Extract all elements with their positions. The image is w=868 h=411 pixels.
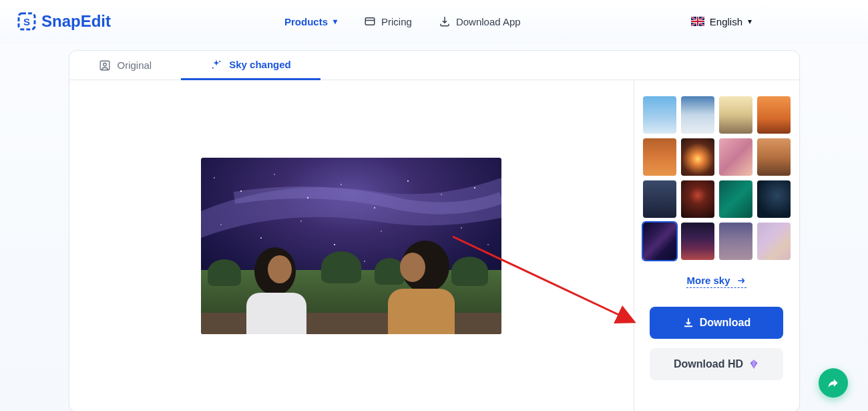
sky-thumb-moon-dusk[interactable]: [643, 180, 676, 218]
svg-point-11: [240, 190, 242, 192]
chevron-down-icon: ▾: [748, 17, 752, 26]
share-icon: [827, 376, 840, 390]
sky-thumb-orange-clouds[interactable]: [643, 138, 676, 176]
share-fab[interactable]: [819, 368, 848, 398]
tab-original[interactable]: Original: [69, 51, 182, 80]
sky-thumb-blue-clouds[interactable]: [643, 96, 676, 134]
svg-text:S: S: [23, 16, 30, 27]
svg-point-29: [364, 261, 365, 262]
tree: [208, 259, 241, 286]
svg-point-12: [274, 174, 274, 174]
download-icon: [439, 15, 451, 27]
download-hd-button[interactable]: Download HD: [650, 348, 783, 380]
sky-thumb-red-moon[interactable]: [681, 180, 714, 218]
diamond-icon: [748, 359, 759, 370]
sky-thumb-galaxy[interactable]: [643, 223, 676, 260]
sky-thumb-cumulus[interactable]: [681, 96, 714, 134]
svg-point-23: [381, 231, 381, 231]
nav-pricing[interactable]: Pricing: [364, 15, 412, 27]
person-right: [381, 241, 461, 334]
editor-container: Original Sky changed: [69, 50, 800, 411]
sky-thumb-pastel-rainbow[interactable]: [757, 223, 791, 260]
sky-grid: [643, 96, 791, 260]
tree: [321, 251, 361, 283]
svg-point-20: [260, 237, 262, 239]
nav-products[interactable]: Products ▾: [284, 16, 337, 27]
download-label: Download: [700, 317, 750, 329]
sky-thumb-amber-blur[interactable]: [757, 138, 791, 176]
download-icon: [682, 317, 694, 329]
tab-sky-changed-label: Sky changed: [229, 59, 291, 70]
nav-pricing-label: Pricing: [381, 16, 412, 27]
svg-rect-5: [100, 61, 110, 70]
svg-point-22: [334, 244, 335, 245]
tab-sky-changed[interactable]: Sky changed: [181, 51, 320, 80]
person-icon: [99, 59, 111, 72]
sparkle-icon: [210, 59, 222, 71]
sidebar: More sky Download Download HD: [634, 80, 799, 411]
preview-image: [201, 158, 501, 334]
svg-point-16: [407, 180, 409, 182]
more-sky-label: More sky: [686, 275, 730, 286]
workspace: More sky Download Download HD: [69, 80, 799, 411]
svg-point-26: [487, 244, 488, 245]
svg-point-13: [307, 197, 308, 198]
download-button[interactable]: Download: [650, 307, 783, 339]
svg-point-6: [103, 63, 106, 66]
svg-point-25: [461, 227, 462, 229]
sky-thumb-orange-sunset[interactable]: [757, 96, 791, 134]
svg-point-15: [374, 207, 375, 209]
uk-flag-icon: [691, 17, 704, 26]
download-hd-label: Download HD: [674, 358, 743, 370]
sky-thumb-dark-swirl[interactable]: [757, 180, 791, 218]
svg-rect-2: [365, 18, 375, 25]
svg-point-7: [219, 60, 220, 61]
svg-point-10: [214, 177, 215, 178]
logo-icon: S: [16, 11, 37, 32]
nav: Products ▾ Pricing Download App: [284, 15, 521, 27]
nav-products-label: Products: [284, 16, 328, 27]
canvas-area: [69, 80, 634, 411]
tabs: Original Sky changed: [69, 51, 799, 80]
svg-point-14: [341, 184, 342, 185]
sky-thumb-sun-horizon[interactable]: [681, 138, 714, 176]
more-sky-link[interactable]: More sky: [686, 275, 746, 288]
header: S SnapEdit Products ▾ Pricing Download A…: [0, 0, 868, 43]
nav-download-app[interactable]: Download App: [439, 15, 521, 27]
chevron-down-icon: ▾: [333, 17, 337, 26]
tab-original-label: Original: [118, 59, 152, 71]
sky-thumb-nebula[interactable]: [681, 223, 714, 260]
arrow-right-icon: [736, 275, 746, 286]
logo[interactable]: S SnapEdit: [16, 11, 111, 32]
pricing-icon: [364, 15, 376, 27]
person-left: [241, 247, 314, 334]
svg-point-19: [220, 224, 221, 225]
language-label: English: [710, 16, 742, 27]
sky-thumb-golden-haze[interactable]: [719, 96, 752, 134]
sky-thumb-teal-aurora[interactable]: [719, 180, 752, 218]
nav-download-app-label: Download App: [456, 16, 521, 27]
svg-point-18: [474, 187, 475, 188]
language-selector[interactable]: English ▾: [691, 16, 752, 27]
logo-text: SnapEdit: [41, 12, 111, 31]
svg-point-8: [212, 67, 214, 68]
sky-thumb-twilight[interactable]: [719, 223, 752, 260]
svg-point-21: [300, 221, 302, 222]
svg-point-17: [441, 194, 441, 194]
sky-thumb-pink-clouds[interactable]: [719, 138, 752, 176]
